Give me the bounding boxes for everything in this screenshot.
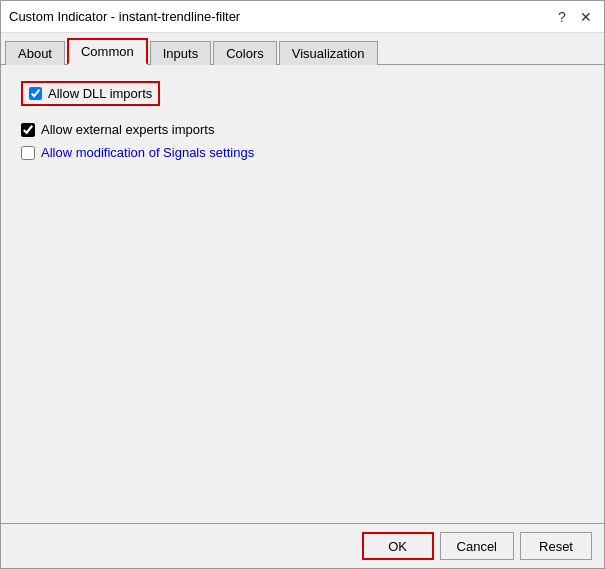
allow-dll-imports-label: Allow DLL imports (48, 86, 152, 101)
allow-dll-imports-checkbox[interactable] (29, 87, 42, 100)
allow-dll-imports-wrapper: Allow DLL imports (21, 81, 160, 106)
cancel-button[interactable]: Cancel (440, 532, 514, 560)
dialog-window: Custom Indicator - instant-trendline-fil… (0, 0, 605, 569)
tab-inputs[interactable]: Inputs (150, 41, 211, 65)
tab-colors[interactable]: Colors (213, 41, 277, 65)
allow-modification-signals-item: Allow modification of Signals settings (21, 145, 584, 160)
bottom-bar: OK Cancel Reset (1, 523, 604, 568)
allow-external-experts-item: Allow external experts imports (21, 122, 584, 137)
allow-external-experts-label: Allow external experts imports (41, 122, 214, 137)
dialog-title: Custom Indicator - instant-trendline-fil… (9, 9, 240, 24)
content-area: Allow DLL imports Allow external experts… (1, 65, 604, 523)
close-button[interactable]: ✕ (576, 7, 596, 27)
tab-about[interactable]: About (5, 41, 65, 65)
tab-bar: About Common Inputs Colors Visualization (1, 33, 604, 65)
tab-common[interactable]: Common (67, 38, 148, 65)
ok-button[interactable]: OK (362, 532, 434, 560)
allow-modification-signals-checkbox[interactable] (21, 146, 35, 160)
reset-button[interactable]: Reset (520, 532, 592, 560)
allow-external-experts-checkbox[interactable] (21, 123, 35, 137)
help-button[interactable]: ? (552, 7, 572, 27)
title-bar: Custom Indicator - instant-trendline-fil… (1, 1, 604, 33)
tab-visualization[interactable]: Visualization (279, 41, 378, 65)
title-buttons: ? ✕ (552, 7, 596, 27)
allow-modification-signals-label: Allow modification of Signals settings (41, 145, 254, 160)
